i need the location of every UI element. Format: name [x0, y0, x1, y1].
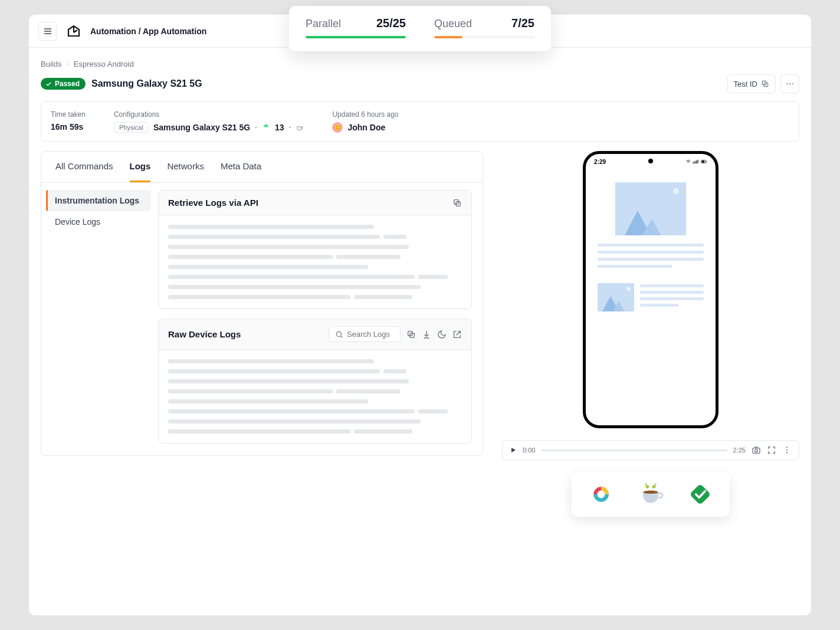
- retrieve-logs-card: Retrieve Logs via API: [158, 190, 472, 309]
- updated-label: Updated 6 hours ago: [332, 110, 398, 119]
- play-icon[interactable]: [510, 447, 517, 454]
- signal-icons: [686, 159, 707, 166]
- config-physical-pill: Physical: [114, 122, 149, 133]
- tab-logs[interactable]: Logs: [130, 152, 151, 182]
- svg-point-5: [786, 83, 788, 84]
- svg-rect-23: [706, 161, 707, 162]
- more-button[interactable]: [780, 74, 799, 93]
- parallel-label: Parallel: [306, 18, 341, 30]
- search-icon: [335, 330, 343, 339]
- svg-point-9: [267, 126, 267, 126]
- subnav-instrumentation[interactable]: Instrumentation Logs: [46, 190, 151, 211]
- test-id-button[interactable]: Test ID: [727, 74, 776, 93]
- svg-point-12: [336, 332, 341, 336]
- svg-point-35: [643, 491, 658, 494]
- breadcrumb-root[interactable]: Builds: [41, 60, 61, 68]
- app-logo-icon: [67, 24, 81, 38]
- breadcrumb: Builds › Espresso Android: [41, 60, 799, 68]
- espresso-icon: [638, 481, 664, 507]
- raw-device-logs-card: Raw Device Logs: [158, 319, 472, 444]
- svg-marker-24: [511, 448, 516, 452]
- svg-point-16: [688, 162, 688, 163]
- tabs: All Commands Logs Networks Meta Data: [41, 152, 483, 183]
- search-logs-box[interactable]: [329, 326, 401, 342]
- svg-point-8: [265, 126, 265, 126]
- copy-icon[interactable]: [452, 198, 462, 208]
- raw-logs-title: Raw Device Logs: [168, 329, 241, 339]
- tab-networks[interactable]: Networks: [167, 152, 204, 182]
- svg-rect-18: [694, 161, 695, 163]
- retrieve-logs-body: [159, 215, 471, 309]
- parallel-value: 25/25: [376, 17, 406, 30]
- download-icon[interactable]: [422, 330, 431, 339]
- device-title: Samsung Galaxy S21 5G: [91, 78, 202, 89]
- tab-meta-data[interactable]: Meta Data: [221, 152, 261, 182]
- player-start: 0:00: [523, 447, 535, 454]
- camera-icon: [648, 159, 653, 163]
- svg-point-7: [792, 83, 793, 84]
- device-preview: 2:29: [583, 151, 718, 428]
- meta-card: Time taken 16m 59s Configurations Physic…: [41, 101, 799, 142]
- appium-icon: [588, 481, 614, 507]
- more-vertical-icon[interactable]: [782, 445, 792, 455]
- svg-rect-22: [702, 160, 705, 162]
- svg-line-13: [341, 336, 343, 337]
- svg-rect-19: [696, 160, 697, 163]
- svg-point-30: [598, 491, 605, 498]
- chevron-right-icon: ›: [66, 60, 68, 68]
- time-taken-label: Time taken: [51, 110, 86, 119]
- player-end: 2:25: [733, 447, 746, 454]
- svg-point-27: [786, 447, 788, 448]
- tab-all-commands[interactable]: All Commands: [55, 152, 113, 182]
- svg-point-29: [786, 452, 788, 454]
- page-title: Automation / App Automation: [90, 27, 206, 36]
- queued-value: 7/25: [511, 17, 534, 30]
- video-player[interactable]: 0:00 2:25: [502, 440, 799, 460]
- hero-image-placeholder: [615, 182, 686, 235]
- framework-icons: [572, 472, 730, 517]
- retrieve-logs-title: Retrieve Logs via API: [168, 198, 258, 208]
- config-value: Physical Samsung Galaxy S21 5G · 13 ·: [114, 122, 304, 133]
- svg-rect-25: [753, 448, 760, 454]
- svg-rect-20: [697, 160, 698, 163]
- user-value: 🙂 John Doe: [332, 122, 398, 133]
- avatar: 🙂: [332, 122, 343, 133]
- search-logs-input[interactable]: [347, 330, 394, 339]
- breadcrumb-leaf: Espresso Android: [74, 60, 134, 68]
- moon-icon[interactable]: [437, 330, 447, 339]
- external-link-icon[interactable]: [452, 330, 462, 339]
- svg-point-28: [786, 449, 788, 451]
- subnav-device-logs[interactable]: Device Logs: [46, 211, 151, 232]
- thumb-image-placeholder: [598, 283, 634, 311]
- passed-diamond-icon: [687, 481, 713, 507]
- phone-side-button: [718, 207, 718, 233]
- svg-point-6: [789, 83, 790, 84]
- svg-point-26: [755, 449, 758, 452]
- android-icon: [262, 123, 270, 132]
- svg-rect-36: [690, 484, 711, 505]
- time-taken-value: 16m 59s: [51, 122, 86, 132]
- floating-stats: Parallel 25/25 Queued 7/25: [289, 6, 551, 51]
- fullscreen-icon[interactable]: [767, 445, 776, 455]
- config-label: Configurations: [114, 110, 304, 119]
- queued-label: Queued: [434, 18, 472, 30]
- phone-side-button: [718, 254, 718, 296]
- menu-button[interactable]: [38, 22, 57, 41]
- status-badge: Passed: [41, 78, 86, 90]
- copy-icon[interactable]: [406, 330, 416, 339]
- player-track[interactable]: [541, 449, 727, 451]
- log-subnav: Instrumentation Logs Device Logs: [46, 183, 158, 455]
- logs-panel: All Commands Logs Networks Meta Data Ins…: [41, 151, 483, 456]
- svg-rect-17: [693, 162, 694, 164]
- espresso-icon: [296, 123, 304, 132]
- raw-logs-body: [159, 350, 471, 443]
- camera-icon[interactable]: [752, 445, 761, 455]
